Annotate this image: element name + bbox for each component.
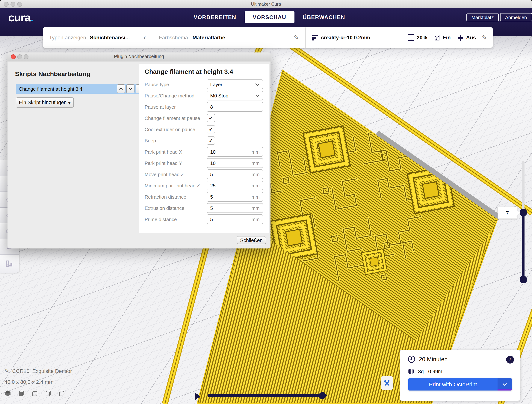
chevron-down-icon bbox=[255, 83, 260, 86]
tab-preview[interactable]: VORSCHAU bbox=[244, 11, 294, 23]
model-name: CCR10_Exquisite Densor bbox=[12, 368, 72, 374]
setting-row: Park print head Y 10 mm bbox=[145, 157, 269, 169]
adhesion-value: Aus bbox=[466, 34, 476, 40]
view-3d-icon[interactable] bbox=[5, 390, 11, 397]
setting-row: Beep ✓ bbox=[145, 135, 269, 146]
park-y-input[interactable]: 10 mm bbox=[207, 158, 263, 168]
view-right-icon[interactable] bbox=[58, 390, 65, 397]
simulation-slider-handle[interactable] bbox=[319, 392, 326, 399]
view-type-label: Typen anzeigen bbox=[49, 34, 86, 40]
view-top-icon[interactable] bbox=[32, 390, 38, 397]
checkmark-icon: ✓ bbox=[209, 138, 213, 144]
dialog-titlebar[interactable]: Plugin Nachbearbeitung bbox=[7, 52, 271, 61]
support-icon bbox=[434, 34, 440, 41]
chevron-down-icon bbox=[255, 94, 260, 97]
setting-row: Park print head X 10 mm bbox=[145, 146, 269, 157]
hammer-wrench-icon bbox=[383, 379, 391, 387]
setting-row: Pause type Layer bbox=[145, 79, 269, 90]
adhesion-icon bbox=[457, 34, 464, 41]
script-list-item-selected[interactable]: Change filament at height 3.4 × bbox=[16, 84, 145, 94]
print-with-octoprint-button[interactable]: Print with OctoPrint bbox=[408, 378, 512, 391]
infill-value: 20% bbox=[417, 34, 427, 40]
view-front-icon[interactable] bbox=[18, 390, 24, 397]
move-script-up-button[interactable] bbox=[117, 84, 125, 93]
extrusion-distance-input[interactable]: 5 mm bbox=[207, 203, 263, 213]
layers-icon bbox=[312, 34, 318, 41]
infill-icon bbox=[408, 34, 414, 41]
setting-row: Prime distance 5 mm bbox=[145, 214, 269, 225]
cura-logo: cura. bbox=[8, 11, 33, 24]
setting-row: Extrusion distance 5 mm bbox=[145, 202, 269, 214]
collapse-chevron-icon[interactable]: ‹ bbox=[144, 33, 146, 41]
chevron-up-icon bbox=[119, 88, 123, 90]
pause-type-select[interactable]: Layer bbox=[207, 79, 263, 89]
print-time: 20 Minuten bbox=[419, 356, 448, 363]
close-dialog-button[interactable]: Schließen bbox=[237, 236, 266, 244]
window-title: Ultimaker Cura bbox=[0, 1, 532, 7]
post-processing-dialog: Plugin Nachbearbeitung Skripts Nachbearb… bbox=[7, 52, 271, 249]
add-script-button[interactable]: Ein Skript hinzufügen ▾ bbox=[16, 97, 74, 108]
current-layer-indicator: 7 bbox=[498, 207, 517, 219]
sign-in-button[interactable]: Anmelden bbox=[500, 13, 532, 21]
setting-row: Pause at layer 8 bbox=[145, 101, 269, 112]
setting-row: Retraction distance 5 mm bbox=[145, 191, 269, 202]
print-summary-card: 20 Minuten i 3g · 0.99m Print with OctoP… bbox=[400, 350, 520, 401]
simulation-slider-track[interactable] bbox=[208, 394, 327, 397]
logo-dot: . bbox=[31, 11, 33, 24]
model-info: ✎ CCR10_Exquisite Densor 40.0 x 80.0 x 2… bbox=[5, 368, 72, 397]
setting-row: Change filament at pause ✓ bbox=[145, 112, 269, 124]
layer-slider-track-active[interactable] bbox=[522, 212, 525, 280]
setting-row: Move print head Z 5 mm bbox=[145, 169, 269, 180]
checkmark-icon: ✓ bbox=[209, 115, 213, 121]
dialog-title: Plugin Nachbearbeitung bbox=[7, 54, 271, 59]
current-layer-value: 7 bbox=[506, 210, 509, 216]
preview-stage-menu: Typen anzeigen Schichtenansi... ‹ Farbsc… bbox=[43, 27, 493, 48]
change-filament-checkbox[interactable]: ✓ bbox=[207, 114, 215, 122]
marketplace-button[interactable]: Marktplatz bbox=[466, 13, 499, 21]
prime-distance-input[interactable]: 5 mm bbox=[207, 214, 263, 224]
beep-checkbox[interactable]: ✓ bbox=[207, 136, 215, 145]
minimum-park-z-input[interactable]: 25 mm bbox=[207, 181, 263, 190]
layer-slider-handle-top[interactable] bbox=[520, 209, 527, 216]
pause-at-layer-input[interactable]: 8 bbox=[207, 102, 263, 112]
print-button-dropdown[interactable] bbox=[498, 378, 512, 391]
model-dimensions: 40.0 x 80.0 x 2.4 mm bbox=[5, 379, 72, 385]
color-scheme-label: Farbschema bbox=[159, 34, 188, 40]
park-x-input[interactable]: 10 mm bbox=[207, 147, 263, 157]
clock-icon bbox=[408, 355, 416, 363]
print-settings-summary[interactable]: creality-cr-10 0.2mm 20% Ein bbox=[306, 34, 493, 41]
script-settings-panel: Change filament at height 3.4 Pause type… bbox=[139, 64, 269, 233]
window-titlebar: Ultimaker Cura bbox=[0, 0, 532, 8]
tool-support-blocker-button[interactable] bbox=[0, 255, 19, 273]
app-window: 7 ✎ CCR10_Exquisite Densor 40.0 x 80.0 x… bbox=[0, 0, 532, 404]
move-z-input[interactable]: 5 mm bbox=[207, 169, 263, 179]
cool-extruder-checkbox[interactable]: ✓ bbox=[207, 125, 215, 133]
chevron-down-icon bbox=[502, 383, 507, 386]
view-type-value[interactable]: Schichtenansi... bbox=[90, 34, 130, 40]
edit-color-scheme-icon[interactable]: ✎ bbox=[294, 34, 299, 41]
checkmark-icon: ✓ bbox=[209, 126, 213, 132]
pause-method-select[interactable]: M0 Stop bbox=[207, 91, 263, 100]
rename-model-icon[interactable]: ✎ bbox=[5, 368, 9, 374]
view-left-icon[interactable] bbox=[45, 390, 51, 397]
setting-row: Cool extruder on pause ✓ bbox=[145, 124, 269, 135]
script-name: Change filament at height 3.4 bbox=[19, 86, 117, 92]
printer-profile-value: creality-cr-10 0.2mm bbox=[321, 35, 370, 40]
layer-slider-handle-bottom[interactable] bbox=[520, 276, 527, 283]
retraction-distance-input[interactable]: 5 mm bbox=[207, 192, 263, 202]
caret-down-icon: ▾ bbox=[68, 100, 71, 105]
setting-row: Pause/Change method M0 Stop bbox=[145, 90, 269, 101]
tab-prepare[interactable]: VORBEREITEN bbox=[185, 11, 244, 23]
support-value: Ein bbox=[443, 34, 451, 40]
stage-tabs: VORBEREITEN VORSCHAU ÜBERWACHEN bbox=[185, 12, 353, 23]
tab-monitor[interactable]: ÜBERWACHEN bbox=[294, 11, 354, 23]
move-script-down-button[interactable] bbox=[126, 84, 134, 93]
play-button[interactable] bbox=[195, 393, 201, 400]
print-button-label[interactable]: Print with OctoPrint bbox=[408, 378, 498, 391]
info-icon[interactable]: i bbox=[506, 356, 514, 364]
octoprint-settings-button[interactable] bbox=[381, 376, 393, 390]
edit-print-settings-icon[interactable]: ✎ bbox=[482, 34, 487, 41]
layer-slider-track-upper[interactable] bbox=[522, 161, 525, 214]
color-scheme-value[interactable]: Materialfarbe bbox=[193, 34, 225, 40]
material-usage: 3g · 0.99m bbox=[418, 369, 442, 374]
